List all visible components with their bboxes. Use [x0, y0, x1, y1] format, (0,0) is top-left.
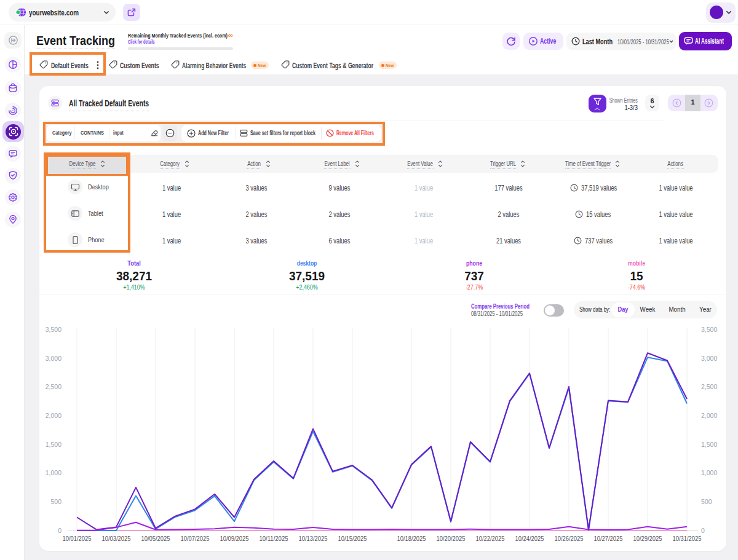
svg-text:3,500: 3,500: [701, 326, 717, 333]
svg-text:3,500: 3,500: [46, 326, 62, 333]
svg-text:10/27/2025: 10/27/2025: [594, 535, 623, 542]
svg-text:2,500: 2,500: [46, 383, 62, 390]
svg-text:10/26/2025: 10/26/2025: [555, 535, 584, 542]
svg-text:2,000: 2,000: [46, 412, 62, 419]
svg-text:10/13/2025: 10/13/2025: [299, 535, 328, 542]
svg-text:1,500: 1,500: [701, 441, 717, 448]
svg-text:1,500: 1,500: [46, 441, 62, 448]
svg-text:10/07/2025: 10/07/2025: [181, 535, 210, 542]
svg-text:10/22/2025: 10/22/2025: [476, 535, 505, 542]
svg-text:2,000: 2,000: [701, 412, 717, 419]
svg-text:500: 500: [701, 498, 712, 505]
svg-text:10/18/2025: 10/18/2025: [397, 535, 426, 542]
svg-text:3,000: 3,000: [46, 355, 62, 362]
svg-text:10/11/2025: 10/11/2025: [260, 535, 288, 542]
svg-text:10/15/2025: 10/15/2025: [338, 535, 367, 542]
svg-text:500: 500: [50, 498, 62, 505]
svg-text:10/31/2025: 10/31/2025: [673, 535, 702, 542]
svg-text:10/09/2025: 10/09/2025: [220, 535, 249, 542]
svg-text:3,000: 3,000: [701, 355, 717, 362]
svg-text:10/05/2025: 10/05/2025: [141, 535, 170, 542]
svg-text:0: 0: [701, 527, 705, 534]
svg-text:10/03/2025: 10/03/2025: [102, 535, 131, 542]
svg-text:1,000: 1,000: [701, 469, 717, 476]
svg-text:1,000: 1,000: [46, 469, 62, 476]
svg-text:10/01/2025: 10/01/2025: [63, 535, 92, 542]
svg-text:10/24/2025: 10/24/2025: [515, 535, 544, 542]
svg-text:2,500: 2,500: [701, 383, 717, 390]
svg-text:0: 0: [58, 527, 62, 534]
svg-text:10/20/2025: 10/20/2025: [437, 535, 466, 542]
svg-text:10/29/2025: 10/29/2025: [633, 535, 662, 542]
